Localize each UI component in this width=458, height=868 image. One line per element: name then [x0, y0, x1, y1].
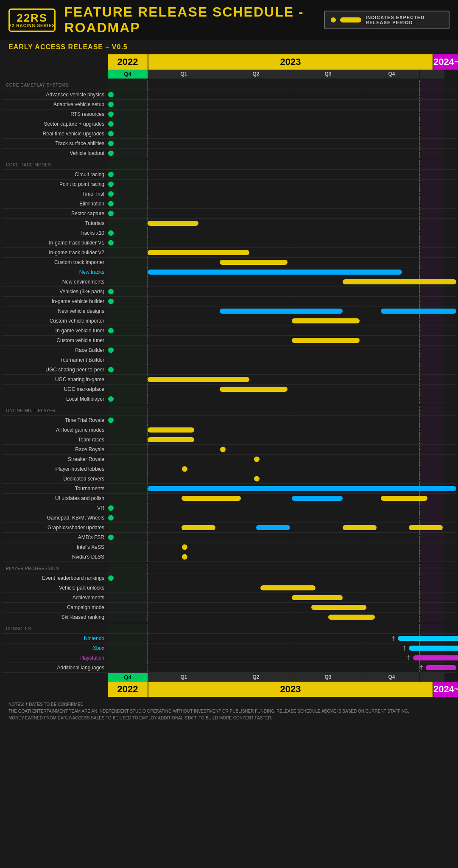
feature-label: New environments: [2, 277, 108, 287]
feature-row: Player-hosted lobbies: [2, 464, 456, 474]
feature-label: AMD's FSR: [2, 533, 108, 542]
yh-label-spacer: [2, 54, 108, 70]
feature-timeline: [108, 593, 456, 602]
feature-label: Local Multiplayer: [2, 394, 108, 404]
feature-row: ONLINE MULTIPLAYER: [2, 406, 456, 416]
feature-row: CONSOLES:: [2, 624, 456, 634]
feature-row: PLAYER PROGRESSION: [2, 564, 456, 573]
year-2024-label: 2024~: [433, 54, 458, 70]
dagger-icon: †: [392, 635, 395, 642]
feature-row: RTS resources: [2, 110, 456, 119]
feature-label: Custom track importer: [2, 258, 108, 267]
feature-row: Custom vehicle tuner: [2, 336, 456, 346]
notes-line1: NOTES: † DATES TO BE CONFIRMED: [8, 701, 450, 708]
feature-label: Streaker Royale: [2, 455, 108, 464]
year-2022-label: 2022: [108, 54, 148, 70]
qh-q4-2022-bottom: Q4: [108, 673, 148, 682]
feature-timeline: [108, 139, 456, 148]
feature-row: In-game vehicle tuner: [2, 326, 456, 336]
feature-label: Additional languages: [2, 663, 108, 672]
legend-box: INDICATES EXPECTED RELEASE PERIOD: [324, 11, 450, 29]
feature-row: Advanced vehicle physics: [2, 90, 456, 100]
feature-row: Vehicle loadout: [2, 149, 456, 158]
qh-2024: [420, 70, 444, 79]
feature-label: Custom vehicle importer: [2, 316, 108, 326]
early-access-label: EARLY ACCESS RELEASE – V0.5: [0, 40, 458, 54]
feature-row: UI updates and polish: [2, 494, 456, 503]
dagger-icon: †: [407, 655, 411, 661]
feature-row: Achievements: [2, 593, 456, 603]
feature-label: Xbox: [2, 643, 108, 653]
feature-timeline: [108, 149, 456, 158]
year-header-bottom: 2022 2023 2024~: [2, 682, 456, 697]
feature-timeline: [108, 385, 456, 394]
feature-row: Tournament Builder: [2, 355, 456, 365]
feature-row: New vehicle designs: [2, 306, 456, 316]
legend-bar-icon: [340, 17, 361, 22]
legend-dot-icon: [331, 17, 336, 22]
feature-timeline: [108, 406, 456, 415]
feature-label: Vehicle part unlocks: [2, 583, 108, 593]
feature-label: New tracks: [2, 267, 108, 277]
feature-row: Point to point racing: [2, 180, 456, 189]
feature-timeline: †: [108, 663, 456, 672]
feature-row: Adaptive vehicle setup: [2, 100, 456, 110]
feature-row: UGC sharing in-game: [2, 375, 456, 385]
feature-timeline: [108, 189, 456, 199]
feature-timeline: [108, 552, 456, 562]
feature-label: CONSOLES:: [2, 624, 108, 633]
feature-timeline: [108, 455, 456, 464]
feature-timeline: [108, 375, 456, 384]
feature-label: Skill-based ranking: [2, 612, 108, 622]
feature-timeline: [108, 277, 456, 287]
qh-q4-bottom: Q4: [364, 673, 419, 682]
feature-timeline: [108, 180, 456, 189]
qh-q4: Q4: [364, 70, 419, 79]
feature-row: Intel's XeSS: [2, 542, 456, 552]
feature-timeline: [108, 425, 456, 435]
feature-timeline: [108, 238, 456, 247]
feature-label: In-game track builder V1: [2, 238, 108, 247]
feature-timeline: [108, 336, 456, 345]
footer-notes: NOTES: † DATES TO BE CONFIRMED THE GOATI…: [0, 697, 458, 726]
feature-row: Sector capture: [2, 209, 456, 219]
year-2022-label-bottom: 2022: [108, 682, 148, 697]
feature-label: CORE GAMEPLAY SYSTEMS:: [2, 80, 108, 90]
feature-label: Event leaderboard rankings: [2, 573, 108, 583]
feature-row: Custom track importer: [2, 258, 456, 267]
feature-row: UGC marketplace: [2, 385, 456, 394]
feature-timeline: [108, 523, 456, 532]
feature-label: Graphics/shader updates: [2, 523, 108, 532]
dagger-icon: †: [403, 645, 406, 652]
feature-timeline: [108, 484, 456, 493]
quarter-header-top: Q4 Q1 Q2 Q3 Q4: [2, 70, 456, 79]
feature-row: New environments: [2, 277, 456, 287]
year-2024-label-bottom: 2024~: [433, 682, 458, 697]
feature-label: Time Trial: [2, 189, 108, 199]
feature-label: Advanced vehicle physics: [2, 90, 108, 99]
feature-timeline: [108, 248, 456, 257]
feature-label: Vehicle loadout: [2, 149, 108, 158]
feature-row: Xbox†: [2, 643, 456, 653]
feature-label: Time Trial Royale: [2, 416, 108, 425]
feature-timeline: †: [108, 643, 456, 653]
feature-row: Custom vehicle importer: [2, 316, 456, 326]
feature-label: In-game track builder V2: [2, 248, 108, 257]
feature-label: Track surface abilities: [2, 139, 108, 148]
feature-row: In-game track builder V1: [2, 238, 456, 248]
feature-label: UGC sharing in-game: [2, 375, 108, 384]
logo-top: 22RS: [17, 12, 47, 23]
header: 22RS 22 RACING SERIES FEATURE RELEASE SC…: [0, 0, 458, 40]
logo-bottom: 22 RACING SERIES: [9, 23, 55, 28]
feature-label: Playstation: [2, 653, 108, 663]
qh-label-spacer: [2, 70, 108, 79]
feature-row: Elimination: [2, 199, 456, 209]
feature-row: In-game track builder V2: [2, 248, 456, 258]
feature-timeline: [108, 110, 456, 119]
qh-q2: Q2: [220, 70, 292, 79]
qh-q1: Q1: [148, 70, 220, 79]
qh-2024-bottom: [420, 673, 444, 682]
logo: 22RS 22 RACING SERIES: [8, 8, 56, 32]
feature-timeline: [108, 170, 456, 179]
feature-row: New tracks: [2, 267, 456, 277]
